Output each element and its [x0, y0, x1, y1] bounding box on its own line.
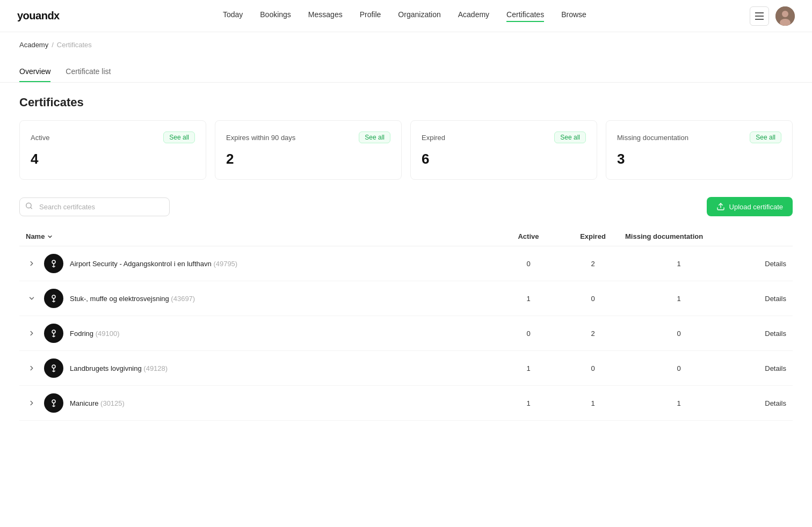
row-expand-button[interactable]	[26, 292, 38, 304]
tab-overview[interactable]: Overview	[19, 62, 50, 82]
row-missing-count: 0	[625, 364, 733, 372]
row-active-count: 0	[496, 330, 561, 338]
see-all-button-2[interactable]: See all	[554, 131, 586, 143]
row-active-count: 0	[496, 260, 561, 268]
nav-link-today[interactable]: Today	[223, 10, 243, 22]
search-input[interactable]	[19, 197, 170, 216]
cert-icon	[44, 324, 63, 343]
hamburger-button[interactable]	[750, 6, 769, 26]
row-cert-name: Stuk-, muffe og elektrosvejsning (43697)	[70, 295, 195, 303]
nav-link-messages[interactable]: Messages	[308, 10, 343, 22]
stat-card-3: Missing documentation See all 3	[606, 120, 793, 180]
stat-card-value-1: 2	[226, 151, 390, 167]
row-cert-id: (30125)	[100, 399, 125, 407]
stat-card-value-0: 4	[31, 151, 195, 167]
stat-card-label-2: Expired	[422, 134, 445, 142]
svg-point-6	[52, 260, 55, 264]
active-column-header: Active	[496, 232, 561, 240]
nav-link-academy[interactable]: Academy	[458, 10, 489, 22]
page-title: Certificates	[19, 96, 793, 109]
details-button[interactable]: Details	[733, 295, 786, 303]
row-cert-id: (49795)	[213, 260, 237, 268]
stat-card-label-1: Expires within 90 days	[226, 134, 295, 142]
nav-link-certificates[interactable]: Certificates	[506, 10, 544, 22]
stat-card-value-3: 3	[617, 151, 781, 167]
table-header: Name Active Expired Missing documentatio…	[19, 227, 793, 246]
row-expand-button[interactable]	[26, 362, 38, 374]
row-cert-id: (49128)	[143, 364, 168, 372]
nav-link-browse[interactable]: Browse	[561, 10, 586, 22]
tabs: OverviewCertificate list	[0, 62, 812, 83]
row-expired-count: 0	[561, 295, 625, 303]
row-expand-button[interactable]	[26, 397, 38, 409]
cert-icon	[44, 254, 63, 273]
svg-point-7	[52, 295, 55, 298]
missing-doc-column-header: Missing documentation	[625, 232, 733, 240]
details-button[interactable]: Details	[733, 330, 786, 338]
row-active-count: 1	[496, 399, 561, 407]
upload-btn-label: Upload certificate	[729, 203, 783, 211]
expired-column-header: Expired	[561, 232, 625, 240]
details-button[interactable]: Details	[733, 364, 786, 372]
row-cert-name: Airport Security - Adgangskontrol i en l…	[70, 260, 237, 268]
breadcrumb-parent[interactable]: Academy	[19, 41, 48, 49]
search-wrapper	[19, 197, 170, 216]
breadcrumb-sep: /	[52, 41, 54, 49]
row-cert-name: Fodring (49100)	[70, 330, 120, 338]
see-all-button-1[interactable]: See all	[359, 131, 390, 143]
actions-column-header	[733, 232, 786, 240]
table-row: Manicure (30125) 1 1 1 Details	[19, 386, 793, 421]
tab-certificate-list[interactable]: Certificate list	[66, 62, 111, 82]
row-missing-count: 0	[625, 330, 733, 338]
cert-icon	[44, 358, 63, 378]
nav-links: TodayBookingsMessagesProfileOrganization…	[223, 10, 586, 22]
stat-cards: Active See all 4 Expires within 90 days …	[19, 120, 793, 180]
table-row: Fodring (49100) 0 2 0 Details	[19, 316, 793, 351]
navbar: youandx TodayBookingsMessagesProfileOrga…	[0, 0, 812, 32]
svg-line-4	[31, 207, 32, 209]
stat-card-label-0: Active	[31, 134, 49, 142]
brand-logo[interactable]: youandx	[17, 10, 60, 22]
breadcrumb-current: Certificates	[57, 41, 92, 49]
svg-point-10	[52, 400, 55, 403]
svg-point-1	[782, 11, 788, 17]
row-expired-count: 2	[561, 330, 625, 338]
upload-certificate-button[interactable]: Upload certificate	[707, 197, 793, 216]
table-row: Airport Security - Adgangskontrol i en l…	[19, 246, 793, 281]
table-body: Airport Security - Adgangskontrol i en l…	[19, 246, 793, 421]
search-icon	[25, 202, 33, 211]
svg-point-9	[52, 365, 55, 368]
row-expired-count: 0	[561, 364, 625, 372]
see-all-button-3[interactable]: See all	[750, 131, 781, 143]
breadcrumb: Academy / Certificates	[0, 32, 812, 57]
nav-link-organization[interactable]: Organization	[398, 10, 440, 22]
navbar-right	[750, 6, 795, 26]
details-button[interactable]: Details	[733, 399, 786, 407]
stat-card-value-2: 6	[422, 151, 586, 167]
row-expand-button[interactable]	[26, 327, 38, 339]
certificates-table: Name Active Expired Missing documentatio…	[19, 227, 793, 421]
main-content: Certificates Active See all 4 Expires wi…	[0, 83, 812, 434]
row-active-count: 1	[496, 364, 561, 372]
table-row: Stuk-, muffe og elektrosvejsning (43697)…	[19, 281, 793, 316]
details-button[interactable]: Details	[733, 260, 786, 268]
row-expired-count: 2	[561, 260, 625, 268]
row-missing-count: 1	[625, 295, 733, 303]
svg-point-8	[52, 330, 55, 333]
stat-card-label-3: Missing documentation	[617, 134, 688, 142]
name-column-header[interactable]: Name	[26, 232, 496, 240]
table-row: Landbrugets lovgivning (49128) 1 0 0 Det…	[19, 351, 793, 386]
nav-link-profile[interactable]: Profile	[360, 10, 381, 22]
stat-card-1: Expires within 90 days See all 2	[215, 120, 402, 180]
cert-icon	[44, 289, 63, 308]
avatar[interactable]	[775, 6, 795, 26]
row-expired-count: 1	[561, 399, 625, 407]
row-active-count: 1	[496, 295, 561, 303]
stat-card-0: Active See all 4	[19, 120, 206, 180]
nav-link-bookings[interactable]: Bookings	[260, 10, 291, 22]
row-cert-name: Landbrugets lovgivning (49128)	[70, 364, 168, 372]
row-expand-button[interactable]	[26, 258, 38, 269]
row-missing-count: 1	[625, 399, 733, 407]
see-all-button-0[interactable]: See all	[163, 131, 195, 143]
stat-card-2: Expired See all 6	[410, 120, 597, 180]
